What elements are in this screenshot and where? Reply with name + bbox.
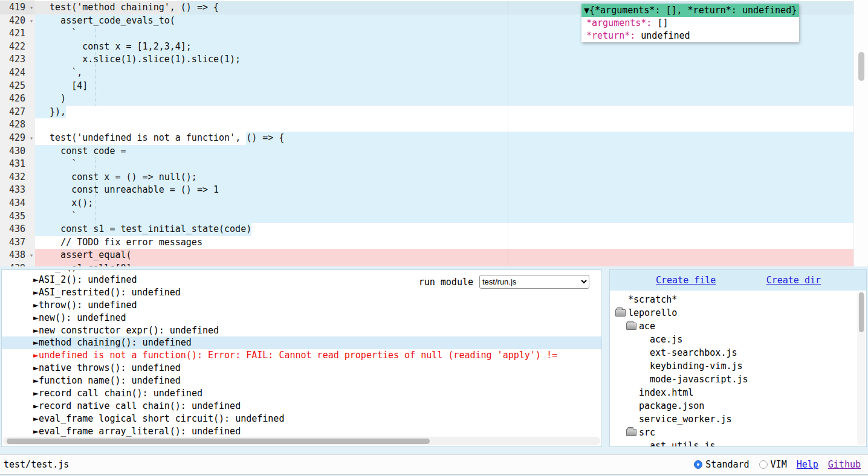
value-inspector-header[interactable]: ▼{*arguments*: [], *return*: undefined}	[581, 4, 799, 17]
tree-file[interactable]: index.html	[610, 386, 858, 399]
code-line[interactable]: `	[35, 210, 853, 224]
fold-arrow-icon[interactable]: ▾	[30, 249, 33, 262]
expand-icon[interactable]: ►	[33, 325, 39, 336]
test-result-row[interactable]: ►function name(): undefined	[2, 375, 601, 387]
test-result-row[interactable]: ►record call chain(): undefined	[2, 387, 601, 400]
tree-file[interactable]: *scratch*	[610, 293, 858, 306]
expand-icon[interactable]: ►	[33, 375, 39, 386]
test-result-label: native throws(): undefined	[39, 362, 181, 373]
code-token: s1.calls[0],	[39, 262, 853, 266]
expand-icon[interactable]: ►	[33, 426, 39, 437]
code-editor[interactable]: 419▾420▾421422423424425426427428429▾4304…	[0, 0, 868, 266]
line-number: 436	[0, 223, 35, 236]
keybinding-standard-option[interactable]: Standard	[694, 459, 749, 470]
expand-icon[interactable]: ►	[33, 337, 39, 348]
expand-icon[interactable]: ►	[33, 287, 39, 298]
code-line[interactable]: `,	[35, 66, 853, 80]
code-line[interactable]: assert_equal(	[35, 249, 853, 262]
tree-folder[interactable]: leporello	[610, 306, 858, 320]
expand-icon[interactable]: ►	[33, 312, 39, 323]
code-line[interactable]: x();	[35, 197, 853, 210]
create-dir-button[interactable]: Create dir	[766, 275, 821, 286]
line-number: 419▾	[0, 1, 35, 14]
tree-scrollbar-thumb[interactable]	[859, 292, 864, 332]
test-result-row[interactable]: ►eval_frame logical short circuit(): und…	[2, 413, 601, 425]
value-inspector-row[interactable]: *arguments*: []	[581, 17, 799, 30]
expand-icon[interactable]: ►	[33, 269, 39, 272]
test-result-row-failed[interactable]: ►undefined is not a function(): Error: F…	[2, 349, 601, 362]
expand-icon[interactable]: ►	[33, 400, 39, 411]
line-number: 422	[0, 40, 35, 54]
test-result-row[interactable]: ►eval_frame array_literal(): undefined	[2, 425, 601, 438]
fold-arrow-icon[interactable]: ▾	[30, 1, 33, 14]
expand-icon[interactable]: ►	[33, 362, 39, 373]
radio-vim-icon[interactable]	[759, 460, 768, 469]
create-file-button[interactable]: Create file	[656, 275, 716, 286]
test-result-row[interactable]: ►throw(): undefined	[2, 299, 601, 312]
test-result-row[interactable]: ►native throws(): undefined	[2, 362, 601, 375]
code-line[interactable]: }),	[35, 106, 853, 119]
editor-scrollbar-track[interactable]	[853, 0, 868, 266]
code-token: ()	[181, 1, 197, 14]
line-number: 424	[0, 66, 35, 80]
tree-folder[interactable]: src	[610, 426, 858, 439]
fold-arrow-icon[interactable]: ▾	[30, 14, 33, 28]
expand-icon[interactable]: ►	[33, 413, 39, 424]
test-result-row[interactable]: ►new(): undefined	[2, 312, 601, 324]
test-result-row[interactable]: ►method chaining(): undefined	[2, 336, 601, 349]
test-result-label: record native call chain(): undefined	[39, 400, 241, 411]
code-line[interactable]: x.slice(1).slice(1).slice(1);	[35, 53, 853, 66]
line-number: 433	[0, 184, 35, 197]
code-line[interactable]: `	[35, 158, 853, 171]
tree-item-label: *scratch*	[628, 293, 677, 306]
test-result-row[interactable]: ►record native call chain(): undefined	[2, 400, 601, 413]
output-hscrollbar-thumb[interactable]	[7, 439, 430, 444]
code-line[interactable]	[35, 118, 853, 132]
code-line[interactable]: const code =	[35, 145, 853, 158]
tree-file[interactable]: keybinding-vim.js	[610, 359, 858, 373]
test-result-label: eval_frame logical short circuit(): unde…	[39, 413, 284, 424]
value-inspector-tooltip[interactable]: ▼{*arguments*: [], *return*: undefined} …	[581, 4, 799, 42]
code-line[interactable]: )	[35, 92, 853, 106]
code-line[interactable]: const x = [1,2,3,4];	[35, 40, 853, 54]
tree-file[interactable]: ast_utils.js	[610, 439, 858, 447]
output-hscrollbar-track[interactable]	[3, 437, 600, 445]
editor-scrollbar-thumb[interactable]	[858, 52, 864, 81]
line-number: 431	[0, 158, 35, 171]
tree-file[interactable]: ace.js	[610, 333, 858, 346]
tree-folder[interactable]: ace	[610, 320, 858, 333]
line-number: 429▾	[0, 132, 35, 145]
expand-icon[interactable]: ►	[33, 388, 39, 399]
radio-standard-icon[interactable]	[694, 460, 702, 469]
tree-file[interactable]: mode-javascript.js	[610, 373, 858, 386]
code-token: ]	[82, 80, 853, 93]
tree-file[interactable]: service_worker.js	[610, 413, 858, 426]
test-result-row[interactable]: ►ASI_1(): undefined	[2, 269, 601, 274]
radio-vim-label: VIM	[771, 459, 787, 470]
expand-icon[interactable]: ►	[33, 300, 39, 310]
code-line[interactable]: s1.calls[0],	[35, 262, 853, 266]
fold-arrow-icon[interactable]: ▾	[30, 132, 33, 145]
tree-file[interactable]: package.json	[610, 399, 858, 413]
help-link[interactable]: Help	[797, 459, 818, 470]
run-module-select[interactable]: test/run.js	[479, 275, 589, 289]
value-inspector-row[interactable]: *return*: undefined	[581, 30, 799, 42]
code-line[interactable]: const x = () => null();	[35, 171, 853, 184]
keybinding-vim-option[interactable]: VIM	[759, 459, 787, 470]
expand-icon[interactable]: ►	[33, 274, 39, 285]
code-token: =>	[262, 132, 273, 145]
tree-scrollbar-track[interactable]	[857, 292, 865, 445]
radio-standard-label: Standard	[705, 459, 749, 470]
code-line[interactable]: test('undefined is not a function', () =…	[35, 132, 853, 145]
tree-item-label: keybinding-vim.js	[650, 359, 743, 373]
code-token: test(	[39, 132, 77, 145]
code-token: {	[273, 132, 853, 145]
expand-icon[interactable]: ►	[33, 350, 39, 361]
code-line[interactable]: const unreachable = () => 1	[35, 184, 853, 197]
code-line[interactable]: const s1 = test_initial_state(code)	[35, 223, 853, 236]
code-line[interactable]: [4]	[35, 80, 853, 93]
github-link[interactable]: Github	[828, 459, 861, 470]
code-line[interactable]: // TODO fix error messages	[35, 236, 853, 249]
tree-file[interactable]: ext-searchbox.js	[610, 346, 858, 359]
test-result-row[interactable]: ►new constructor expr(): undefined	[2, 324, 601, 337]
